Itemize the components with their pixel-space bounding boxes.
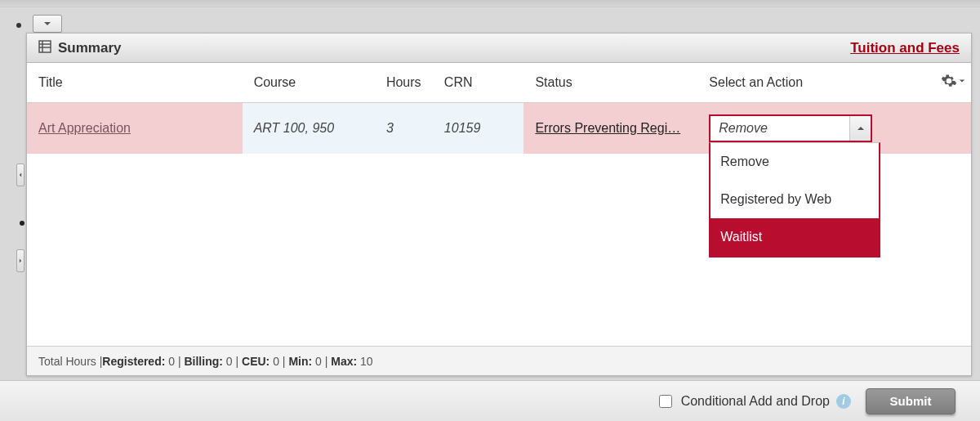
bottom-action-bar: Conditional Add and Drop i Submit xyxy=(0,380,980,421)
table-settings-button[interactable] xyxy=(941,73,965,89)
course-code: ART 100, 950 xyxy=(254,121,334,135)
totals-registered: 0 xyxy=(168,355,175,368)
chevron-down-icon xyxy=(43,20,51,28)
conditional-add-drop[interactable]: Conditional Add and Drop i xyxy=(656,392,851,410)
chevron-right-icon xyxy=(18,257,23,265)
tuition-and-fees-link[interactable]: Tuition and Fees xyxy=(850,40,960,56)
course-title-link[interactable]: Art Appreciation xyxy=(38,121,131,135)
chevron-left-icon xyxy=(18,171,23,179)
summary-panel: Summary Tuition and Fees Title Course Ho… xyxy=(26,33,972,376)
action-selected-value: Remove xyxy=(719,121,768,136)
totals-max: 10 xyxy=(360,355,373,368)
action-option-registered-by-web[interactable]: Registered by Web xyxy=(710,181,879,218)
totals-ceu-label: CEU: xyxy=(242,355,270,368)
summary-table: Title Course Hours CRN Status Select an … xyxy=(27,63,971,154)
submit-button[interactable]: Submit xyxy=(866,388,956,414)
totals-billing-label: Billing: xyxy=(184,355,222,368)
table-header-row: Title Course Hours CRN Status Select an … xyxy=(27,63,971,103)
totals-min: 0 xyxy=(315,355,322,368)
window-top-strip xyxy=(0,0,980,7)
col-action[interactable]: Select an Action xyxy=(697,63,929,103)
totals-bar: Total Hours | Registered: 0 | Billing: 0… xyxy=(27,346,971,375)
action-option-waitlist[interactable]: Waitlist xyxy=(710,218,879,256)
totals-prefix: Total Hours | xyxy=(38,355,102,368)
status-link[interactable]: Errors Preventing Regi… xyxy=(535,121,680,135)
totals-min-label: Min: xyxy=(288,355,312,368)
action-select[interactable]: Remove xyxy=(709,114,872,142)
panel-indicator-dot xyxy=(20,221,24,226)
totals-ceu: 0 xyxy=(273,355,279,368)
left-gutter xyxy=(0,33,26,380)
table-row: Art Appreciation ART 100, 950 3 10159 Er… xyxy=(27,103,971,155)
gear-icon xyxy=(941,73,957,89)
col-crn[interactable]: CRN xyxy=(433,63,524,103)
panel-title: Summary xyxy=(58,40,121,56)
col-title[interactable]: Title xyxy=(27,63,243,103)
collapse-handle[interactable] xyxy=(16,163,24,186)
col-hours[interactable]: Hours xyxy=(375,63,433,103)
tab-indicator-dot xyxy=(16,23,21,28)
table-area: Title Course Hours CRN Status Select an … xyxy=(27,63,971,346)
totals-max-label: Max: xyxy=(331,355,357,368)
conditional-add-drop-label: Conditional Add and Drop xyxy=(681,394,830,409)
totals-billing: 0 xyxy=(226,355,233,368)
conditional-add-drop-checkbox[interactable] xyxy=(659,395,672,408)
course-hours: 3 xyxy=(386,121,394,135)
totals-registered-label: Registered: xyxy=(102,355,165,368)
collapse-handle-2[interactable] xyxy=(16,249,24,272)
action-dropdown: Remove Registered by Web Waitlist xyxy=(709,142,880,258)
tab-dropdown-button[interactable] xyxy=(33,15,62,33)
info-icon[interactable]: i xyxy=(836,394,851,409)
course-crn: 10159 xyxy=(444,121,481,135)
panel-header: Summary Tuition and Fees xyxy=(27,34,971,63)
chevron-down-icon xyxy=(959,78,965,84)
action-select-toggle[interactable] xyxy=(849,116,871,141)
col-course[interactable]: Course xyxy=(243,63,375,103)
col-status[interactable]: Status xyxy=(523,63,697,103)
action-option-remove[interactable]: Remove xyxy=(710,143,879,181)
chevron-up-icon xyxy=(857,124,865,132)
summary-icon xyxy=(38,40,51,56)
svg-rect-0 xyxy=(39,41,51,52)
